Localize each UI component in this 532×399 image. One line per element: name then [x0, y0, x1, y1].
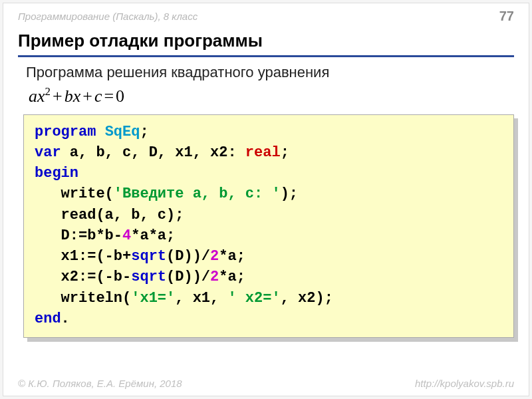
l4-indent: write(	[35, 186, 114, 202]
l7-indent: x1:=(-b+	[35, 248, 131, 265]
code-block-wrap: program SqEq; var a, b, c, D, x1, x2: re…	[23, 114, 514, 338]
kw-end: end	[35, 311, 61, 327]
l1-semi: ;	[140, 124, 148, 140]
program-name: SqEq	[105, 124, 140, 140]
footer-authors: © К.Ю. Поляков, Е.А. Ерёмин, 2018	[18, 378, 182, 389]
l7-num: 2	[210, 248, 219, 265]
eq-term-a: ax	[29, 86, 45, 106]
footer-url: http://kpolyakov.spb.ru	[415, 378, 514, 389]
l7-rest: *a;	[219, 248, 245, 265]
kw-begin: begin	[35, 165, 78, 182]
equation: ax2+bx+c=0	[29, 85, 514, 106]
eq-exponent: 2	[45, 85, 51, 98]
slide-footer: © К.Ю. Поляков, Е.А. Ерёмин, 2018 http:/…	[18, 378, 514, 389]
eq-plus-2: +	[80, 86, 94, 106]
page-number: 77	[499, 9, 514, 24]
var-list: a, b, c, D, x1, x2:	[61, 144, 245, 161]
l8-mid: (D))/	[166, 269, 210, 285]
eq-equals: =	[102, 86, 116, 106]
l8-rest: *a;	[219, 269, 245, 285]
course-title: Программирование (Паскаль), 8 класс	[18, 11, 198, 22]
kw-program: program	[35, 124, 96, 140]
l8-num: 2	[210, 269, 219, 285]
l9-s2: ' x2='	[227, 290, 280, 307]
page-title: Пример отладки программы	[18, 31, 514, 57]
l7-sqrt: sqrt	[131, 248, 166, 265]
eq-term-c: c	[94, 86, 102, 106]
l9-m2: , x2);	[281, 290, 333, 307]
l4-rest: );	[281, 186, 298, 202]
l9-indent: writeln(	[35, 290, 131, 307]
slide-header: Программирование (Паскаль), 8 класс 77	[3, 3, 529, 27]
eq-zero: 0	[116, 86, 124, 106]
l6-indent: D:=b*b-	[35, 227, 122, 244]
l8-sqrt: sqrt	[131, 269, 166, 285]
subtitle: Программа решения квадратного уравнения	[26, 64, 514, 81]
l10-dot: .	[61, 311, 70, 327]
eq-term-b: bx	[65, 86, 81, 106]
code-block: program SqEq; var a, b, c, D, x1, x2: re…	[23, 114, 514, 338]
l5-text: read(a, b, c);	[35, 207, 184, 223]
l2-semi: ;	[281, 144, 289, 161]
slide: Программирование (Паскаль), 8 класс 77 П…	[3, 3, 529, 396]
type-real: real	[245, 144, 281, 161]
l6-num: 4	[122, 227, 131, 244]
l7-mid: (D))/	[166, 248, 210, 265]
eq-plus-1: +	[51, 86, 65, 106]
l9-m1: , x1,	[175, 290, 227, 307]
l4-string: 'Введите a, b, c: '	[114, 186, 281, 202]
kw-var: var	[35, 144, 61, 161]
l6-rest: *a*a;	[131, 227, 175, 244]
l9-s1: 'x1='	[131, 290, 175, 307]
l8-indent: x2:=(-b-	[35, 269, 131, 285]
